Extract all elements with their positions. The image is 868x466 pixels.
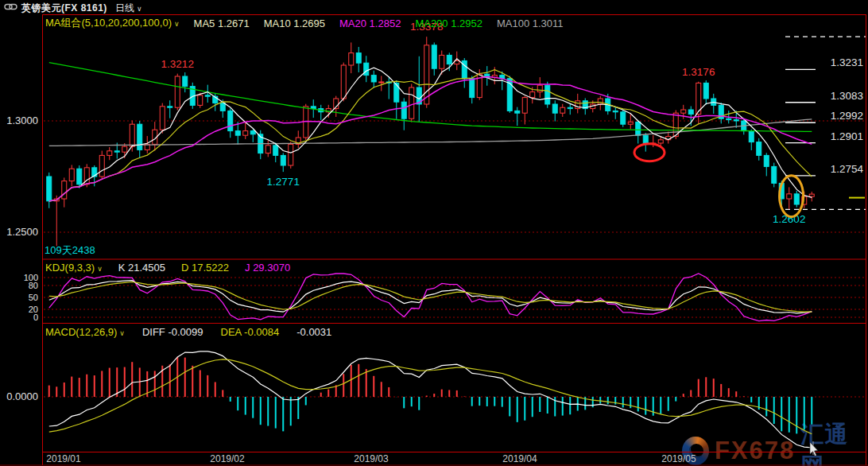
candle-body <box>537 85 542 91</box>
ma200-line <box>49 63 812 132</box>
price-level-label: 1.3231 <box>831 56 863 68</box>
ma-group-label: MA组合(5,10,20,200,100,0) <box>45 17 172 29</box>
macd-dea-value: DEA -0.0084 <box>221 326 280 338</box>
candle-body <box>787 194 792 199</box>
candle-body <box>447 55 451 64</box>
candle-body <box>621 112 626 124</box>
period-caret-icon: ∨ <box>137 5 142 13</box>
ma-group-selector[interactable]: MA组合(5,10,20,200,100,0)∨ <box>45 16 180 30</box>
candle-body <box>401 102 406 118</box>
trading-chart-window: { "titlebar": { "symbol": "英镑美元(FX 8161)… <box>0 0 868 466</box>
candle-body <box>703 83 708 99</box>
candle-body <box>742 121 746 131</box>
ma5-line <box>49 59 812 201</box>
candle-body <box>394 83 399 102</box>
candle-body <box>591 104 595 109</box>
candle-body <box>628 122 633 124</box>
macd-selector[interactable]: MACD(12,26,9)∨ <box>45 326 125 338</box>
ma20-line <box>49 77 812 201</box>
candle-body <box>341 65 346 99</box>
candle-body <box>130 124 134 146</box>
candle-body <box>145 144 149 150</box>
candle-body <box>92 168 97 177</box>
titlebar: 英镑美元(FX 8161) 日线∨ <box>0 0 868 14</box>
candle-body <box>711 99 716 105</box>
candle-body <box>409 87 414 118</box>
kdj-axis-label: 100 <box>24 273 38 282</box>
kdj-header: KDJ(9,3,3)∨ K 21.4505 D 17.5222 J 29.307… <box>45 262 290 274</box>
candle-body <box>515 111 520 113</box>
ma200-value: MA200 1.2952 <box>415 17 482 29</box>
candle-body <box>334 99 339 109</box>
macd-caret-icon: ∨ <box>119 329 125 337</box>
candle-body <box>364 63 369 75</box>
candle-body <box>643 135 648 143</box>
candle-body <box>138 124 142 150</box>
ma5-value: MA5 1.2671 <box>194 17 250 29</box>
candle-body <box>507 79 512 111</box>
period-selector[interactable]: 日线∨ <box>115 2 142 15</box>
candle-body <box>522 98 527 114</box>
candle-body <box>114 151 119 152</box>
candle-body <box>719 105 723 118</box>
lowest-low-note: 109天2438 <box>45 243 95 258</box>
kdj-axis-label: 0 <box>33 313 38 322</box>
candle-body <box>386 82 391 83</box>
candle-body <box>168 107 172 107</box>
candle-body <box>47 177 52 201</box>
price-level-label: 1.2992 <box>831 110 863 122</box>
candle-body <box>417 87 421 104</box>
candle-body <box>440 55 444 68</box>
fx678-logo-icon <box>682 437 709 465</box>
candle-body <box>606 99 610 111</box>
symbol-title: 英镑美元(FX 8161) <box>21 2 107 15</box>
kdj-selector[interactable]: KDJ(9,3,3)∨ <box>45 262 103 274</box>
candle-body <box>658 140 663 143</box>
candle-body <box>296 138 300 144</box>
candle-body <box>228 111 233 130</box>
candle-body <box>779 183 784 199</box>
candle-body <box>107 151 112 156</box>
link-icon[interactable] <box>4 2 17 14</box>
price-level-label: 1.2901 <box>831 130 863 142</box>
price-annotation: 1.2771 <box>267 176 300 188</box>
ma10-value: MA10 1.2695 <box>264 17 325 29</box>
candle-body <box>530 92 535 98</box>
candle-body <box>243 131 248 136</box>
highlight-ellipse <box>780 176 804 217</box>
candle-body <box>54 199 59 201</box>
candle-body <box>205 95 210 96</box>
candle-body <box>651 143 656 144</box>
macd-diff-value: DIFF -0.0099 <box>142 326 203 338</box>
candle-body <box>273 146 278 156</box>
kdj-label: KDJ(9,3,3) <box>45 262 95 274</box>
macd-header: MACD(12,26,9)∨ DIFF -0.0099 DEA -0.0084 … <box>45 326 331 338</box>
ma20-value: MA20 1.2852 <box>339 17 401 29</box>
candle-body <box>349 53 354 65</box>
candle-body <box>598 99 603 104</box>
macd-zero-label: 0.0000 <box>6 390 38 402</box>
candle-body <box>258 134 263 153</box>
candle-body <box>304 107 308 138</box>
candle-body <box>190 87 195 106</box>
candle-body <box>356 53 361 64</box>
candle-body <box>281 155 285 165</box>
chart-canvas: 1.30001.25001.32311.30831.29921.29011.27… <box>0 0 868 466</box>
candle-body <box>636 122 641 135</box>
ma-group-caret-icon: ∨ <box>174 20 180 28</box>
candle-body <box>424 45 429 104</box>
candle-body <box>62 181 67 199</box>
candle-body <box>371 76 376 82</box>
kdj-caret-icon: ∨ <box>97 265 103 273</box>
ma100-value: MA100 1.3011 <box>497 17 564 29</box>
watermark-brand: FX678 <box>715 437 795 465</box>
candle-body <box>175 76 180 107</box>
ma100-line <box>49 119 812 146</box>
kdj-axis-label: 20 <box>29 305 38 314</box>
candle-body <box>84 168 89 184</box>
candle-body <box>379 82 384 83</box>
candle-body <box>477 74 482 97</box>
date-label: 2019/01 <box>46 453 81 464</box>
candle-body <box>794 194 799 204</box>
watermark: FX678 汇通网 <box>682 419 868 466</box>
